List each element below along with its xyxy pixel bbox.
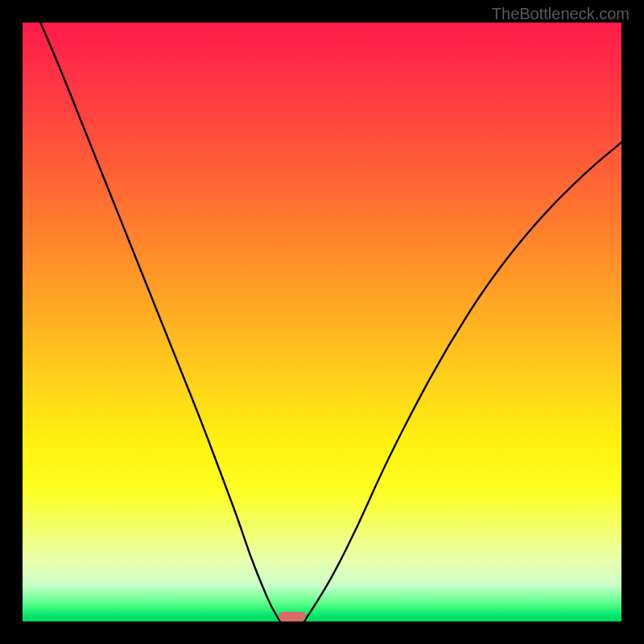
right-curve: [304, 142, 621, 621]
left-curve: [40, 23, 280, 621]
optimal-marker: [279, 612, 305, 621]
watermark-text: TheBottleneck.com: [492, 5, 630, 23]
curves-svg: [23, 23, 621, 621]
plot-area: [23, 23, 621, 621]
